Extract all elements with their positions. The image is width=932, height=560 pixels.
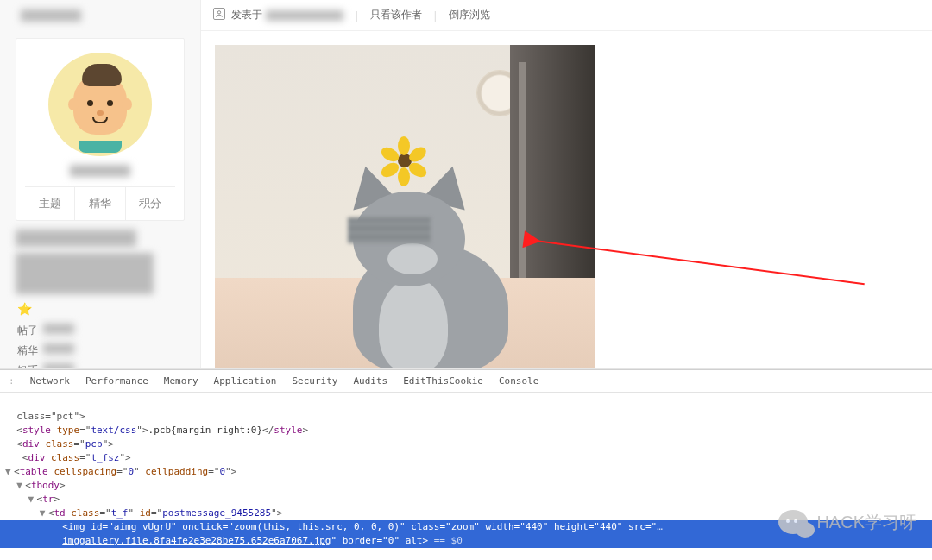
devtools-tab-memory[interactable]: Memory — [164, 375, 198, 387]
posted-at-time-redacted — [266, 10, 343, 21]
star-icon: ⭐ — [17, 302, 185, 316]
link-author-only[interactable]: 只看该作者 — [370, 8, 422, 22]
avatar[interactable] — [48, 53, 152, 156]
profile-tabs: 主题 精华 积分 — [25, 186, 175, 220]
devtools-tab-performance[interactable]: Performance — [85, 375, 148, 387]
devtools-tab-more[interactable]: : — [9, 375, 15, 387]
elements-source[interactable]: class="pct"> <style type="text/css">.pcb… — [0, 393, 932, 560]
post-main: 发表于 | 只看该作者 | 倒序浏览 — [200, 0, 932, 368]
user-icon — [213, 8, 225, 20]
forum-post-area: 主题 精华 积分 ⭐ 帖子 精华 银币 在线时间 发表于 — [0, 0, 932, 369]
tab-essence[interactable]: 精华 — [74, 187, 124, 220]
devtools-tab-application[interactable]: Application — [214, 375, 277, 387]
username-redacted — [21, 9, 81, 22]
posted-at-label: 发表于 — [231, 9, 262, 21]
devtools-tab-audits[interactable]: Audits — [353, 375, 387, 387]
redacted-row-1 — [16, 230, 136, 247]
link-reverse-order[interactable]: 倒序浏览 — [449, 8, 490, 22]
devtools-tab-editthiscookie[interactable]: EditThisCookie — [403, 375, 483, 387]
watermark: HACK学习呀 — [778, 510, 916, 534]
redacted-row-2 — [16, 253, 154, 294]
tab-topic[interactable]: 主题 — [25, 187, 74, 220]
image-redaction — [348, 217, 431, 243]
post-image[interactable] — [215, 45, 595, 369]
tab-points[interactable]: 积分 — [125, 187, 175, 220]
devtools-tab-network[interactable]: Network — [30, 375, 70, 387]
svg-point-0 — [217, 11, 220, 14]
post-meta-bar: 发表于 | 只看该作者 | 倒序浏览 — [201, 0, 932, 31]
devtools-tab-security[interactable]: Security — [292, 375, 337, 387]
separator: | — [356, 9, 358, 22]
wechat-icon — [778, 510, 808, 534]
watermark-text: HACK学习呀 — [816, 511, 916, 534]
stat-silver: 银币 — [16, 361, 185, 369]
stat-posts: 帖子 — [16, 321, 185, 341]
user-sidebar: 主题 精华 积分 ⭐ 帖子 精华 银币 在线时间 — [0, 0, 200, 368]
post-body — [201, 31, 932, 369]
devtools-tabs: : Network Performance Memory Application… — [0, 370, 932, 393]
user-title-redacted — [70, 165, 130, 177]
user-stats: 帖子 精华 银币 在线时间 — [16, 321, 185, 369]
profile-card: 主题 精华 积分 — [16, 38, 185, 221]
posted-at: 发表于 — [213, 8, 343, 22]
below-card: ⭐ 帖子 精华 银币 在线时间 — [16, 221, 185, 369]
avatar-wrap — [25, 49, 175, 165]
devtools-tab-console[interactable]: Console — [499, 375, 538, 387]
stat-essence: 精华 — [16, 341, 185, 361]
separator: | — [434, 9, 437, 22]
username-row — [16, 0, 185, 31]
